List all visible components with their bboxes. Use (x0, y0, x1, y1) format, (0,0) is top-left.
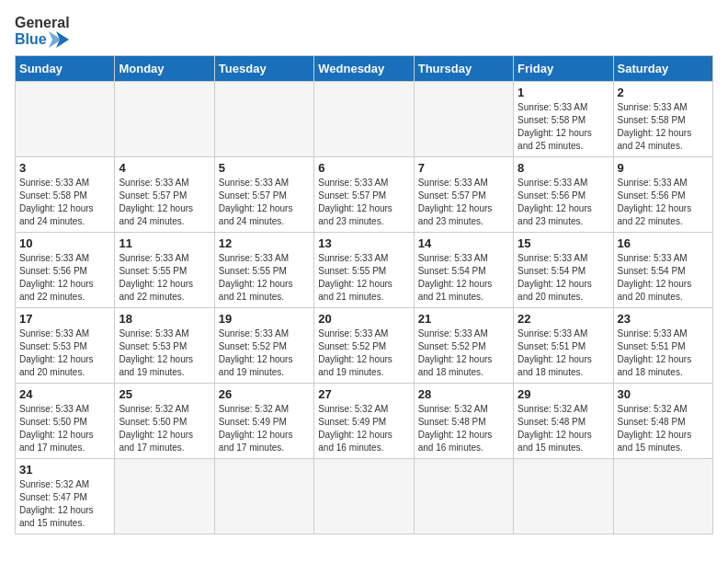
day-number: 22 (518, 312, 609, 326)
calendar-day-cell (414, 81, 513, 156)
day-info: Sunrise: 5:33 AM Sunset: 5:54 PM Dayligh… (518, 252, 609, 304)
day-info: Sunrise: 5:33 AM Sunset: 5:58 PM Dayligh… (618, 101, 709, 153)
day-info: Sunrise: 5:33 AM Sunset: 5:56 PM Dayligh… (518, 177, 609, 228)
weekday-header-cell: Sunday (16, 55, 115, 81)
day-info: Sunrise: 5:33 AM Sunset: 5:57 PM Dayligh… (318, 177, 409, 228)
day-number: 12 (219, 236, 310, 250)
calendar-day-cell: 10Sunrise: 5:33 AM Sunset: 5:56 PM Dayli… (16, 232, 115, 307)
calendar-day-cell: 5Sunrise: 5:33 AM Sunset: 5:57 PM Daylig… (214, 156, 313, 232)
day-number: 6 (318, 161, 409, 175)
day-number: 21 (418, 312, 509, 326)
weekday-header-cell: Thursday (414, 55, 513, 81)
day-info: Sunrise: 5:33 AM Sunset: 5:57 PM Dayligh… (418, 177, 509, 228)
calendar-day-cell: 26Sunrise: 5:32 AM Sunset: 5:49 PM Dayli… (214, 383, 313, 458)
day-info: Sunrise: 5:32 AM Sunset: 5:48 PM Dayligh… (518, 403, 609, 454)
calendar-day-cell: 28Sunrise: 5:32 AM Sunset: 5:48 PM Dayli… (414, 383, 513, 458)
day-info: Sunrise: 5:33 AM Sunset: 5:55 PM Dayligh… (119, 252, 210, 304)
calendar-day-cell: 11Sunrise: 5:33 AM Sunset: 5:55 PM Dayli… (115, 232, 214, 307)
day-number: 5 (219, 161, 310, 175)
weekday-header-cell: Wednesday (314, 55, 414, 81)
day-info: Sunrise: 5:33 AM Sunset: 5:52 PM Dayligh… (318, 327, 409, 379)
calendar-day-cell: 12Sunrise: 5:33 AM Sunset: 5:55 PM Dayli… (214, 232, 313, 307)
calendar-day-cell: 4Sunrise: 5:33 AM Sunset: 5:57 PM Daylig… (115, 156, 214, 232)
calendar-week-row: 17Sunrise: 5:33 AM Sunset: 5:53 PM Dayli… (16, 307, 713, 383)
day-info: Sunrise: 5:32 AM Sunset: 5:49 PM Dayligh… (219, 403, 310, 454)
calendar-week-row: 1Sunrise: 5:33 AM Sunset: 5:58 PM Daylig… (16, 81, 713, 156)
day-info: Sunrise: 5:33 AM Sunset: 5:55 PM Dayligh… (318, 252, 409, 304)
calendar-day-cell: 29Sunrise: 5:32 AM Sunset: 5:48 PM Dayli… (514, 383, 613, 458)
day-number: 27 (318, 387, 409, 401)
day-number: 13 (318, 236, 409, 250)
day-number: 14 (418, 236, 509, 250)
calendar-day-cell (514, 458, 613, 534)
calendar-day-cell (115, 81, 214, 156)
calendar-day-cell: 14Sunrise: 5:33 AM Sunset: 5:54 PM Dayli… (414, 232, 513, 307)
header-area: General Blue (15, 15, 713, 48)
day-number: 1 (518, 86, 609, 99)
calendar-day-cell: 22Sunrise: 5:33 AM Sunset: 5:51 PM Dayli… (514, 307, 613, 383)
weekday-header-row: SundayMondayTuesdayWednesdayThursdayFrid… (16, 55, 713, 81)
day-number: 25 (119, 387, 210, 401)
day-info: Sunrise: 5:33 AM Sunset: 5:52 PM Dayligh… (219, 327, 310, 379)
day-info: Sunrise: 5:33 AM Sunset: 5:58 PM Dayligh… (518, 101, 609, 153)
calendar-week-row: 3Sunrise: 5:33 AM Sunset: 5:58 PM Daylig… (16, 156, 713, 232)
weekday-header-cell: Tuesday (214, 55, 313, 81)
day-number: 18 (119, 312, 210, 326)
calendar-day-cell (16, 81, 115, 156)
calendar-day-cell: 25Sunrise: 5:32 AM Sunset: 5:50 PM Dayli… (115, 383, 214, 458)
day-info: Sunrise: 5:33 AM Sunset: 5:54 PM Dayligh… (618, 252, 709, 304)
calendar-week-row: 31Sunrise: 5:32 AM Sunset: 5:47 PM Dayli… (16, 458, 713, 534)
calendar-day-cell: 20Sunrise: 5:33 AM Sunset: 5:52 PM Dayli… (314, 307, 414, 383)
day-info: Sunrise: 5:33 AM Sunset: 5:53 PM Dayligh… (119, 327, 210, 379)
day-info: Sunrise: 5:33 AM Sunset: 5:57 PM Dayligh… (219, 177, 310, 228)
weekday-header-cell: Friday (514, 55, 613, 81)
calendar-day-cell: 23Sunrise: 5:33 AM Sunset: 5:51 PM Dayli… (613, 307, 712, 383)
calendar-day-cell (214, 81, 313, 156)
calendar-week-row: 10Sunrise: 5:33 AM Sunset: 5:56 PM Dayli… (16, 232, 713, 307)
calendar-day-cell: 3Sunrise: 5:33 AM Sunset: 5:58 PM Daylig… (16, 156, 115, 232)
calendar-day-cell: 24Sunrise: 5:33 AM Sunset: 5:50 PM Dayli… (16, 383, 115, 458)
day-info: Sunrise: 5:33 AM Sunset: 5:57 PM Dayligh… (119, 177, 210, 228)
calendar-day-cell: 7Sunrise: 5:33 AM Sunset: 5:57 PM Daylig… (414, 156, 513, 232)
calendar-day-cell: 9Sunrise: 5:33 AM Sunset: 5:56 PM Daylig… (613, 156, 712, 232)
calendar-day-cell: 8Sunrise: 5:33 AM Sunset: 5:56 PM Daylig… (514, 156, 613, 232)
day-number: 20 (318, 312, 409, 326)
day-number: 3 (19, 161, 110, 175)
calendar-day-cell: 21Sunrise: 5:33 AM Sunset: 5:52 PM Dayli… (414, 307, 513, 383)
calendar-day-cell (314, 458, 414, 534)
calendar-day-cell: 19Sunrise: 5:33 AM Sunset: 5:52 PM Dayli… (214, 307, 313, 383)
calendar-day-cell (115, 458, 214, 534)
day-info: Sunrise: 5:33 AM Sunset: 5:58 PM Dayligh… (19, 177, 110, 228)
day-number: 8 (518, 161, 609, 175)
calendar-day-cell: 15Sunrise: 5:33 AM Sunset: 5:54 PM Dayli… (514, 232, 613, 307)
day-info: Sunrise: 5:33 AM Sunset: 5:53 PM Dayligh… (19, 327, 110, 379)
day-info: Sunrise: 5:33 AM Sunset: 5:56 PM Dayligh… (618, 177, 709, 228)
day-number: 19 (219, 312, 310, 326)
day-number: 24 (19, 387, 110, 401)
day-info: Sunrise: 5:33 AM Sunset: 5:51 PM Dayligh… (518, 327, 609, 379)
calendar-day-cell (414, 458, 513, 534)
calendar-day-cell: 6Sunrise: 5:33 AM Sunset: 5:57 PM Daylig… (314, 156, 414, 232)
day-number: 17 (19, 312, 110, 326)
calendar-day-cell: 27Sunrise: 5:32 AM Sunset: 5:49 PM Dayli… (314, 383, 414, 458)
day-info: Sunrise: 5:33 AM Sunset: 5:52 PM Dayligh… (418, 327, 509, 379)
day-number: 7 (418, 161, 509, 175)
day-number: 23 (618, 312, 709, 326)
calendar: SundayMondayTuesdayWednesdayThursdayFrid… (15, 55, 713, 534)
day-info: Sunrise: 5:33 AM Sunset: 5:56 PM Dayligh… (19, 252, 110, 304)
calendar-body: 1Sunrise: 5:33 AM Sunset: 5:58 PM Daylig… (16, 81, 713, 534)
calendar-week-row: 24Sunrise: 5:33 AM Sunset: 5:50 PM Dayli… (16, 383, 713, 458)
day-number: 15 (518, 236, 609, 250)
blue-triangle-icon (49, 31, 69, 48)
day-info: Sunrise: 5:33 AM Sunset: 5:51 PM Dayligh… (618, 327, 709, 379)
calendar-day-cell (214, 458, 313, 534)
calendar-day-cell: 13Sunrise: 5:33 AM Sunset: 5:55 PM Dayli… (314, 232, 414, 307)
calendar-day-cell: 18Sunrise: 5:33 AM Sunset: 5:53 PM Dayli… (115, 307, 214, 383)
day-number: 28 (418, 387, 509, 401)
calendar-day-cell: 1Sunrise: 5:33 AM Sunset: 5:58 PM Daylig… (514, 81, 613, 156)
calendar-day-cell: 2Sunrise: 5:33 AM Sunset: 5:58 PM Daylig… (613, 81, 712, 156)
day-number: 9 (618, 161, 709, 175)
day-number: 10 (19, 236, 110, 250)
calendar-day-cell: 30Sunrise: 5:32 AM Sunset: 5:48 PM Dayli… (613, 383, 712, 458)
day-info: Sunrise: 5:32 AM Sunset: 5:50 PM Dayligh… (119, 403, 210, 454)
